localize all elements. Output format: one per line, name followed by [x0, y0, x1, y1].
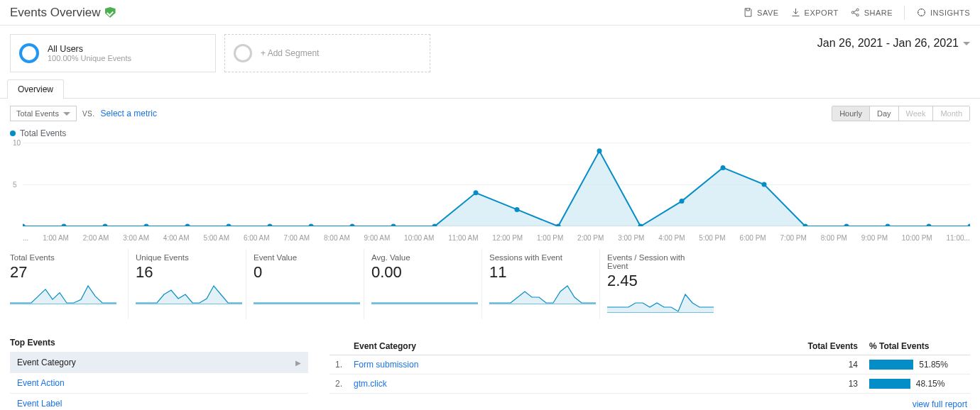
x-tick: 7:00 AM	[283, 234, 310, 242]
metric-card[interactable]: Sessions with Event11	[481, 249, 595, 319]
share-label: SHARE	[864, 9, 893, 17]
metric-card[interactable]: Avg. Value0.00	[364, 249, 477, 319]
x-tick: 12:00 PM	[492, 234, 523, 242]
verified-shield-icon	[105, 7, 116, 18]
top-events-row[interactable]: Event Label	[10, 393, 308, 410]
metric-label: Unique Events	[136, 253, 234, 262]
svg-point-13	[391, 224, 396, 227]
svg-point-16	[515, 207, 520, 212]
x-tick: 8:00 PM	[821, 234, 847, 242]
svg-point-22	[762, 182, 767, 187]
svg-point-24	[844, 224, 849, 227]
left-controls: Total Events VS. Select a metric	[10, 106, 157, 121]
svg-point-10	[268, 224, 273, 227]
top-events-row-label: Event Label	[17, 399, 62, 409]
x-tick: 3:00 PM	[618, 234, 644, 242]
metric-card[interactable]: Unique Events16	[128, 249, 241, 319]
svg-point-9	[227, 224, 232, 227]
tabs: Overview	[0, 79, 980, 99]
x-tick: 9:00 PM	[861, 234, 888, 242]
event-category-table: Event Category Total Events % Total Even…	[330, 338, 970, 410]
metric-card[interactable]: Total Events27	[10, 249, 124, 319]
metric-label: Avg. Value	[371, 253, 470, 262]
date-range-text: Jan 26, 2021 - Jan 26, 2021	[817, 37, 959, 50]
export-button[interactable]: EXPORT	[790, 7, 839, 18]
view-full-report-link[interactable]: view full report	[913, 399, 967, 409]
metric-value: 27	[10, 262, 116, 284]
x-tick: 6:00 AM	[244, 234, 270, 242]
share-icon	[850, 7, 861, 18]
export-icon	[790, 7, 801, 18]
save-button[interactable]: SAVE	[743, 7, 779, 18]
svg-point-27	[968, 224, 971, 227]
metric-label: Event Value	[254, 253, 352, 262]
col-total-events: Total Events	[785, 338, 864, 355]
top-events-row-label: Event Action	[17, 378, 65, 388]
row-index: 2.	[330, 375, 348, 394]
x-tick: 1:00 PM	[537, 234, 563, 242]
y-tick: 10	[13, 139, 21, 147]
page-title-text: Events Overview	[10, 6, 101, 20]
event-category-link[interactable]: gtm.click	[354, 379, 387, 389]
segment-subtitle: 100.00% Unique Events	[48, 54, 131, 62]
metric-sparkline	[10, 284, 116, 304]
metric-label: Sessions with Event	[489, 253, 588, 262]
segment-all-users[interactable]: All Users 100.00% Unique Events	[10, 34, 216, 72]
legend-label: Total Events	[20, 128, 66, 138]
page-header: Events Overview SAVE EXPORT SHARE INSIGH…	[0, 0, 980, 26]
x-tick: 6:00 PM	[739, 234, 766, 242]
pct-bar	[869, 379, 910, 389]
metric-label: Total Events	[10, 253, 116, 262]
metric-value: 0.00	[371, 262, 470, 284]
svg-point-3	[918, 9, 925, 16]
x-tick: 4:00 AM	[163, 234, 190, 242]
header-separator	[904, 6, 905, 20]
metric-card[interactable]: Event Value0	[246, 249, 359, 319]
primary-metric-dropdown[interactable]: Total Events	[10, 106, 77, 121]
add-segment-ring-icon	[234, 44, 252, 62]
x-tick: 11:00...	[946, 234, 969, 242]
svg-point-8	[185, 224, 190, 227]
save-icon	[743, 7, 753, 18]
col-event-category: Event Category	[348, 338, 785, 355]
x-tick: 2:00 PM	[577, 234, 604, 242]
share-button[interactable]: SHARE	[850, 7, 893, 18]
svg-point-4	[23, 224, 26, 227]
metric-card[interactable]: Events / Session with Event2.45	[599, 249, 713, 319]
segment-title: All Users	[48, 44, 131, 54]
tab-overview[interactable]: Overview	[7, 79, 64, 99]
svg-point-25	[886, 224, 891, 227]
y-tick: 5	[13, 181, 17, 189]
svg-point-26	[927, 224, 932, 227]
metric-sparkline	[607, 293, 714, 313]
svg-point-15	[474, 190, 479, 195]
x-tick: 5:00 PM	[699, 234, 725, 242]
segment-cards: All Users 100.00% Unique Events + Add Se…	[10, 34, 430, 72]
metric-sparkline	[136, 284, 242, 304]
add-segment-label: + Add Segment	[261, 48, 319, 58]
legend-dot-icon	[10, 131, 16, 136]
svg-point-7	[144, 224, 149, 227]
granularity-week: Week	[898, 106, 933, 121]
granularity-month: Month	[932, 106, 969, 121]
chart-controls: Total Events VS. Select a metric Hourly …	[0, 99, 980, 128]
x-tick: ...	[23, 234, 28, 242]
metric-value: 2.45	[607, 270, 706, 293]
svg-point-20	[680, 199, 685, 204]
granularity-hourly[interactable]: Hourly	[832, 106, 869, 121]
add-segment-button[interactable]: + Add Segment	[224, 34, 430, 72]
insights-button[interactable]: INSIGHTS	[916, 7, 970, 18]
x-tick: 3:00 AM	[123, 234, 149, 242]
date-range-picker[interactable]: Jan 26, 2021 - Jan 26, 2021	[817, 34, 970, 50]
event-category-link[interactable]: Form submission	[354, 360, 418, 370]
metric-sparkline	[489, 284, 596, 304]
main-chart: 510...1:00 AM2:00 AM3:00 AM4:00 AM5:00 A…	[0, 143, 980, 249]
top-events-row[interactable]: Event Category▶	[10, 352, 308, 372]
granularity-toggle: Hourly Day Week Month	[832, 106, 970, 121]
granularity-day[interactable]: Day	[869, 106, 898, 121]
x-tick: 4:00 PM	[658, 234, 685, 242]
select-metric-link[interactable]: Select a metric	[101, 109, 157, 118]
top-events-heading: Top Events	[10, 338, 308, 352]
x-tick: 5:00 AM	[203, 234, 229, 242]
top-events-row[interactable]: Event Action	[10, 372, 308, 393]
